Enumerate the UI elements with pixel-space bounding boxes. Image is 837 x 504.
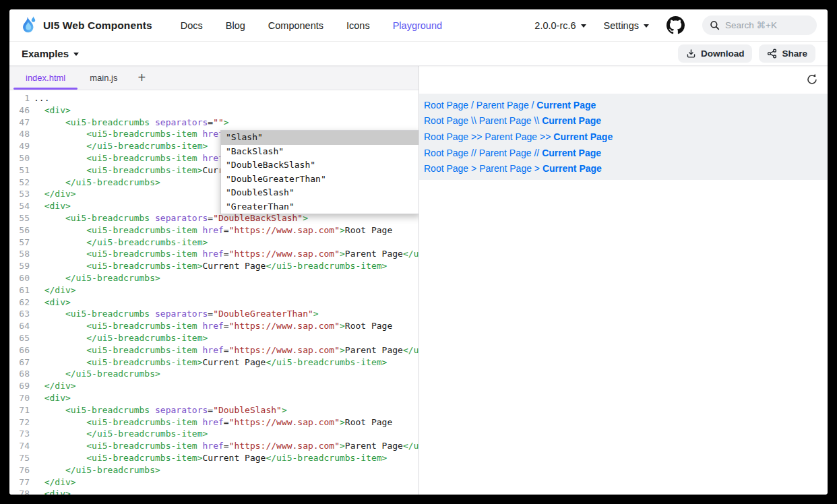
code-text: </ui5-breadcrumbs> — [30, 177, 160, 189]
refresh-icon[interactable] — [805, 73, 819, 86]
line-number: 46 — [9, 104, 30, 117]
code-line[interactable]: 47 <ui5-breadcrumbs separators=""> — [9, 117, 418, 129]
autocomplete-option[interactable]: "Slash" — [221, 131, 419, 145]
breadcrumb-separator: > — [532, 163, 542, 174]
code-text: <div> — [30, 488, 71, 495]
code-text: </div> — [30, 380, 76, 392]
code-line[interactable]: 57 </ui5-breadcrumbs-item> — [9, 237, 418, 249]
breadcrumb-separator: / — [529, 100, 537, 111]
code-line[interactable]: 78 <div> — [9, 488, 418, 495]
breadcrumb-link[interactable]: Parent Page — [485, 131, 537, 142]
code-line[interactable]: 76 </ui5-breadcrumbs> — [9, 464, 418, 476]
tab-main-js[interactable]: main.js — [78, 66, 129, 90]
code-line[interactable]: 60 </ui5-breadcrumbs> — [9, 272, 418, 284]
search-input[interactable] — [725, 20, 806, 30]
tab-index-html[interactable]: index.html — [13, 66, 78, 90]
code-text: </ui5-breadcrumbs-item> — [30, 237, 208, 249]
breadcrumb-separator: > — [468, 163, 479, 174]
download-button[interactable]: Download — [678, 44, 753, 63]
toolbar-actions: Download Share — [678, 44, 815, 63]
code-line[interactable]: 58 <ui5-breadcrumbs-item href="https://w… — [9, 248, 418, 260]
code-line[interactable]: 69 </div> — [9, 380, 418, 392]
code-text: </ui5-breadcrumbs-item> — [30, 428, 208, 440]
share-button[interactable]: Share — [759, 44, 815, 63]
nav-icons[interactable]: Icons — [346, 20, 370, 31]
code-line[interactable]: 63 <ui5-breadcrumbs separators="DoubleGr… — [9, 308, 418, 320]
preview-pane: Root Page / Parent Page / Current PageRo… — [419, 66, 828, 495]
line-number: 65 — [9, 332, 30, 344]
breadcrumb-link[interactable]: Parent Page — [479, 148, 532, 158]
code-text: <div> — [30, 392, 71, 404]
breadcrumb-row: Root Page > Parent Page > Current Page — [419, 160, 828, 177]
autocomplete-option[interactable]: "DoubleGreaterThan" — [221, 172, 419, 187]
code-line[interactable]: 73 </ui5-breadcrumbs-item> — [9, 428, 418, 440]
header-right: 2.0.0-rc.6 Settings — [534, 15, 817, 35]
breadcrumb-link[interactable]: Parent Page — [479, 115, 532, 126]
breadcrumb-link[interactable]: Parent Page — [479, 163, 532, 174]
code-line[interactable]: 61 </div> — [9, 284, 418, 296]
code-line[interactable]: 46 <div> — [9, 104, 418, 117]
version-dropdown[interactable]: 2.0.0-rc.6 — [534, 20, 586, 31]
code-line[interactable]: 56 <ui5-breadcrumbs-item href="https://w… — [9, 224, 418, 237]
breadcrumb-current: Current Page — [553, 131, 613, 142]
chevron-down-icon — [73, 53, 79, 56]
nav-docs[interactable]: Docs — [181, 20, 203, 31]
breadcrumb-link[interactable]: Root Page — [424, 131, 468, 142]
code-text: <ui5-breadcrumbs-item href="https://www.… — [30, 416, 392, 429]
code-line[interactable]: 74 <ui5-breadcrumbs-item href="https://w… — [9, 440, 418, 452]
autocomplete-option[interactable]: "DoubleBackSlash" — [221, 158, 419, 172]
breadcrumb-link[interactable]: Parent Page — [476, 100, 529, 111]
code-line[interactable]: 77 </div> — [9, 476, 418, 489]
main-nav: Docs Blog Components Icons Playground — [181, 20, 442, 31]
chevron-down-icon — [581, 24, 586, 28]
code-line[interactable]: 59 <ui5-breadcrumbs-item>Current Page</u… — [9, 260, 418, 272]
line-number: 51 — [9, 164, 30, 177]
code-line[interactable]: 65 </ui5-breadcrumbs-item> — [9, 332, 418, 344]
code-line[interactable]: 68 </ui5-breadcrumbs> — [9, 368, 418, 380]
code-line[interactable]: 72 <ui5-breadcrumbs-item href="https://w… — [9, 416, 418, 429]
code-line[interactable]: 64 <ui5-breadcrumbs-item href="https://w… — [9, 320, 418, 332]
code-line[interactable]: 70 <div> — [9, 392, 418, 404]
breadcrumb-row: Root Page \\ Parent Page \\ Current Page — [419, 113, 828, 129]
examples-dropdown[interactable]: Examples — [22, 48, 79, 59]
breadcrumb-row: Root Page >> Parent Page >> Current Page — [419, 129, 828, 145]
code-line[interactable]: 67 <ui5-breadcrumbs-item>Current Page</u… — [9, 356, 418, 369]
code-text: <ui5-breadcrumbs separators="DoubleGreat… — [30, 308, 319, 320]
autocomplete-option[interactable]: "GreaterThan" — [221, 200, 419, 214]
breadcrumb-separator: // — [532, 148, 542, 158]
breadcrumb-link[interactable]: Root Page — [424, 163, 468, 174]
chevron-down-icon — [644, 24, 649, 28]
code-text: </ui5-breadcrumbs> — [30, 464, 160, 476]
line-number: 73 — [9, 428, 30, 440]
code-line[interactable]: 75 <ui5-breadcrumbs-item>Current Page</u… — [9, 452, 418, 464]
code-line[interactable]: 1... — [9, 92, 418, 104]
breadcrumb-link[interactable]: Root Page — [424, 100, 468, 111]
breadcrumb-link[interactable]: Root Page — [424, 148, 468, 158]
nav-playground[interactable]: Playground — [393, 20, 442, 31]
brand[interactable]: UI5 Web Components — [20, 15, 152, 36]
line-number: 64 — [9, 320, 30, 332]
breadcrumb-link[interactable]: Root Page — [424, 115, 468, 126]
code-text: <ui5-breadcrumbs separators="DoubleSlash… — [30, 404, 287, 416]
line-number: 54 — [9, 200, 30, 212]
code-line[interactable]: 71 <ui5-breadcrumbs separators="DoubleSl… — [9, 404, 418, 416]
code-text: ... — [30, 92, 49, 104]
autocomplete-option[interactable]: "DoubleSlash" — [221, 186, 419, 200]
github-icon[interactable] — [666, 16, 685, 34]
nav-components[interactable]: Components — [268, 20, 323, 31]
search-box[interactable] — [702, 15, 817, 35]
add-tab-button[interactable]: + — [129, 66, 154, 90]
breadcrumb-current: Current Page — [542, 163, 602, 174]
code-text: </ui5-breadcrumbs> — [30, 368, 160, 380]
top-header: UI5 Web Components Docs Blog Components … — [9, 9, 828, 42]
line-number: 68 — [9, 368, 30, 380]
code-line[interactable]: 62 <div> — [9, 296, 418, 309]
breadcrumb-row: Root Page / Parent Page / Current Page — [419, 97, 828, 113]
code-line[interactable]: 66 <ui5-breadcrumbs-item href="https://w… — [9, 344, 418, 356]
settings-dropdown[interactable]: Settings — [604, 20, 649, 31]
breadcrumb-separator: / — [468, 100, 476, 111]
autocomplete-option[interactable]: "BackSlash" — [221, 145, 419, 159]
breadcrumb-row: Root Page // Parent Page // Current Page — [419, 145, 828, 161]
nav-blog[interactable]: Blog — [226, 20, 245, 31]
download-label: Download — [701, 49, 745, 59]
